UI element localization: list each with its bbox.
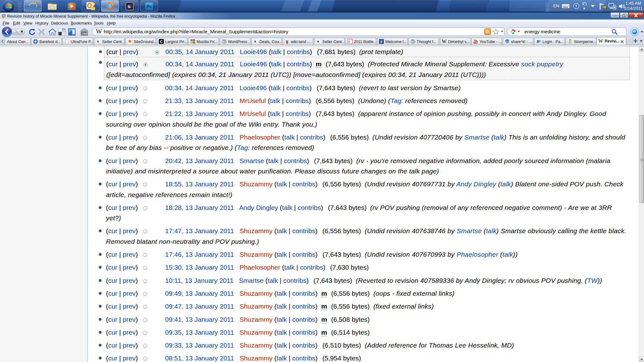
svg-text:!: ! [604, 7, 605, 10]
svg-text:a: a [254, 40, 256, 43]
svg-text:a: a [317, 40, 319, 43]
svg-text:a: a [97, 40, 99, 43]
svg-text:P: P [538, 39, 541, 44]
svg-text:W: W [411, 40, 414, 43]
svg-text:Tube: Tube [474, 41, 478, 44]
svg-text:W: W [223, 40, 225, 43]
svg-text:?: ? [575, 4, 577, 8]
svg-text:TAG: TAG [82, 32, 87, 35]
svg-text:€: € [348, 40, 350, 43]
svg-text:C: C [160, 40, 163, 44]
svg-text:Ps: Ps [147, 4, 152, 9]
